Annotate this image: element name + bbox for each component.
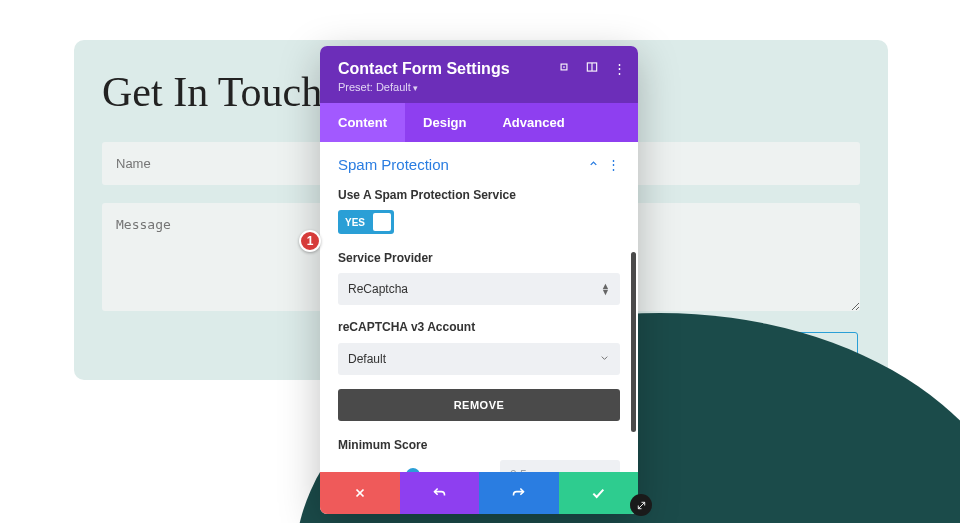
tab-design[interactable]: Design xyxy=(405,103,484,142)
resize-handle[interactable] xyxy=(630,494,652,516)
scrollbar[interactable] xyxy=(631,252,636,432)
step-badge: 1 xyxy=(299,230,321,252)
columns-icon[interactable] xyxy=(585,60,599,77)
remove-button[interactable]: REMOVE xyxy=(338,389,620,421)
use-spam-service-toggle[interactable]: YES xyxy=(338,210,394,234)
use-spam-service-label: Use A Spam Protection Service xyxy=(338,187,518,203)
tab-advanced[interactable]: Advanced xyxy=(484,103,582,142)
slider-thumb[interactable] xyxy=(406,468,420,472)
service-provider-select[interactable]: ReCaptcha ▲▼ xyxy=(338,273,620,305)
collapse-icon[interactable] xyxy=(588,157,599,172)
toggle-knob xyxy=(373,213,391,231)
redo-button[interactable] xyxy=(479,472,559,514)
service-provider-value: ReCaptcha xyxy=(348,282,408,296)
recaptcha-account-select[interactable]: Default xyxy=(338,343,620,375)
toggle-value: YES xyxy=(345,217,365,228)
minimum-score-label: Minimum Score xyxy=(338,437,620,453)
step-number: 1 xyxy=(307,234,314,248)
recaptcha-account-label: reCAPTCHA v3 Account xyxy=(338,319,620,335)
modal-tabs: Content Design Advanced xyxy=(320,103,638,142)
preset-dropdown[interactable]: Preset: Default xyxy=(338,81,622,93)
modal-body: Spam Protection ⋮ Use A Spam Protection … xyxy=(320,142,638,472)
updown-icon: ▲▼ xyxy=(601,284,610,295)
contact-form-settings-modal: Contact Form Settings Preset: Default ⋮ … xyxy=(320,46,638,514)
svg-line-6 xyxy=(638,502,644,508)
minimum-score-input[interactable]: 0.5 xyxy=(500,460,620,472)
service-provider-label: Service Provider xyxy=(338,250,620,266)
kebab-icon[interactable]: ⋮ xyxy=(613,61,626,76)
save-button[interactable] xyxy=(559,472,639,514)
undo-button[interactable] xyxy=(400,472,480,514)
svg-point-1 xyxy=(563,66,565,68)
cancel-button[interactable] xyxy=(320,472,400,514)
section-kebab-icon[interactable]: ⋮ xyxy=(607,157,620,172)
modal-footer xyxy=(320,472,638,514)
section-title: Spam Protection xyxy=(338,156,449,173)
chevron-down-icon xyxy=(599,352,610,365)
modal-header: Contact Form Settings Preset: Default ⋮ xyxy=(320,46,638,103)
tab-content[interactable]: Content xyxy=(320,103,405,142)
recaptcha-account-value: Default xyxy=(348,352,386,366)
expand-icon[interactable] xyxy=(557,60,571,77)
section-actions: ⋮ xyxy=(588,157,620,172)
header-icons: ⋮ xyxy=(557,60,626,77)
minimum-score-row: 0.5 xyxy=(338,460,620,472)
section-header: Spam Protection ⋮ xyxy=(338,156,620,173)
